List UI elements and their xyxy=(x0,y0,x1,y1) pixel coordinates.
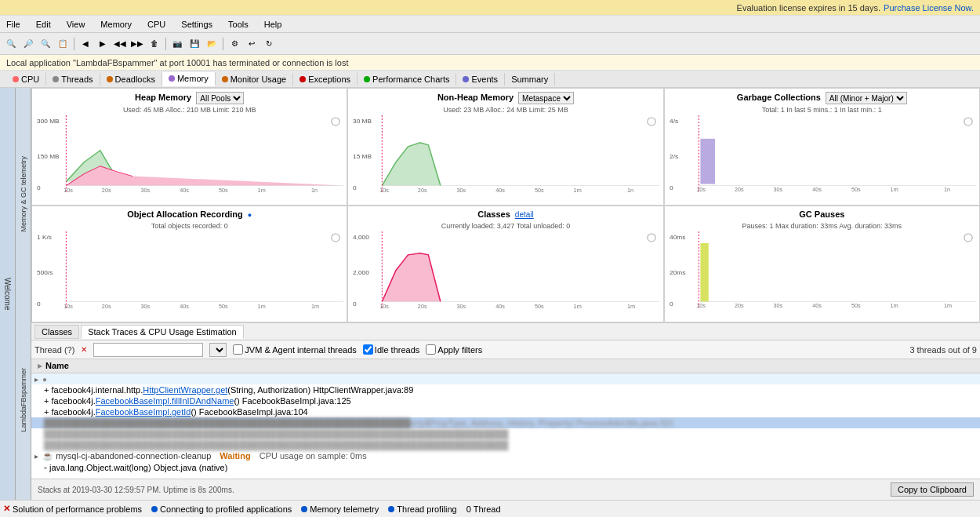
filter-close[interactable]: ✕ xyxy=(81,345,87,354)
code-row-1[interactable]: + facebook4j.internal.http.HttpClientWra… xyxy=(31,384,980,395)
waiting-thread-row[interactable]: ▸ ☕ mysql-cj-abandoned-connection-cleanu… xyxy=(31,450,980,462)
status-connecting-label: Connecting to profiled applications xyxy=(160,504,292,514)
waiting-status: Waiting xyxy=(220,451,250,461)
status-solution[interactable]: ✕ Solution of performance problems xyxy=(3,504,142,514)
tab-monitor-label: Monitor Usage xyxy=(230,75,287,84)
menu-tools[interactable]: Tools xyxy=(225,18,252,31)
code-row-5[interactable]: ████████████████████████████████████████… xyxy=(31,428,980,439)
status-memory-telemetry[interactable]: Memory telemetry xyxy=(301,504,379,514)
code-link-1[interactable]: HttpClientWrapper.get xyxy=(143,385,227,395)
tool-btn-11[interactable]: 💾 xyxy=(187,36,202,52)
tab-memory[interactable]: Memory xyxy=(162,72,216,86)
waiting-thread-name: mysql-cj-abandoned-connection-cleanup xyxy=(56,451,211,461)
thread-group-row[interactable]: ▸ ● xyxy=(31,373,980,384)
svg-text:15 MB: 15 MB xyxy=(353,153,372,160)
menu-cpu[interactable]: CPU xyxy=(144,18,169,31)
code-link-3[interactable]: FacebookBaseImpl.getId xyxy=(96,407,191,417)
tool-btn-6[interactable]: ▶ xyxy=(95,36,111,52)
menu-edit[interactable]: Edit xyxy=(33,18,54,31)
status-thread-profiling[interactable]: Thread profiling xyxy=(388,504,456,514)
dot-events xyxy=(463,76,469,82)
thread-filter-input[interactable] xyxy=(93,343,203,357)
gc-panel: Garbage Collections All (Minor + Major) … xyxy=(664,88,980,206)
tab-classes[interactable]: Classes xyxy=(34,325,79,339)
object-alloc-record-dot[interactable]: ● xyxy=(248,211,252,219)
classes-panel: Classes detail Currently loaded: 3,427 T… xyxy=(347,206,663,323)
apply-filters-check[interactable]: Apply filters xyxy=(426,344,482,355)
tab-threads[interactable]: Threads xyxy=(46,73,100,86)
waiting-sub-row[interactable]: ◦ java.lang.Object.wait(long) Object.jav… xyxy=(31,462,980,473)
classes-chart: 4,000 2,000 0 10s 20s 30s 40s 50s 1m 1m xyxy=(351,231,659,310)
svg-text:30s: 30s xyxy=(773,303,782,309)
tool-btn-8[interactable]: ▶▶ xyxy=(129,36,145,52)
tool-btn-13[interactable]: ⚙ xyxy=(227,36,242,52)
jvm-threads-label: JVM & Agent internal threads xyxy=(245,345,356,355)
dot-memory xyxy=(169,75,175,82)
code-row-3[interactable]: + facebook4j.FacebookBaseImpl.getId() Fa… xyxy=(31,406,980,417)
tool-btn-7[interactable]: ◀◀ xyxy=(112,36,128,52)
tab-monitor[interactable]: Monitor Usage xyxy=(216,73,294,86)
tool-btn-14[interactable]: ↩ xyxy=(244,36,260,52)
nonheap-pool-select[interactable]: Metaspace xyxy=(518,92,574,104)
menu-view[interactable]: View xyxy=(64,18,89,31)
svg-text:1m: 1m xyxy=(890,303,898,309)
tool-btn-1[interactable]: 🔍 xyxy=(3,36,19,52)
thread-filter-select[interactable] xyxy=(209,343,227,357)
svg-point-28 xyxy=(648,118,655,126)
sidebar: Memory & GC telemetry LambdaFBspammer xyxy=(16,88,31,500)
tab-deadlocks[interactable]: Deadlocks xyxy=(100,73,162,86)
status-connecting[interactable]: Connecting to profiled applications xyxy=(151,504,292,514)
svg-text:50s: 50s xyxy=(535,188,544,194)
idle-threads-checkbox[interactable] xyxy=(363,344,373,355)
svg-text:2/s: 2/s xyxy=(670,153,678,160)
menu-help[interactable]: Help xyxy=(261,18,285,31)
thread-list: ▸ Name ▸ ● + facebook4j.internal.http.Ht… xyxy=(31,359,980,479)
code-row-6[interactable]: ████████████████████████████████████████… xyxy=(31,439,980,450)
dot-performance xyxy=(364,76,370,82)
copy-area: Stacks at 2019-03-30 12:59:57 PM. Uptime… xyxy=(31,479,980,500)
gc-title: Garbage Collections xyxy=(737,93,821,102)
svg-text:10s: 10s xyxy=(64,303,73,309)
tool-btn-5[interactable]: ◀ xyxy=(78,36,93,52)
sidebar-label-2[interactable]: LambdaFBspammer xyxy=(18,366,29,434)
gc-select[interactable]: All (Minor + Major) xyxy=(826,92,907,104)
tab-cpu-label: CPU xyxy=(21,75,39,84)
tab-exceptions[interactable]: Exceptions xyxy=(293,73,358,86)
code-row-2[interactable]: + facebook4j.FacebookBaseImpl.fillInIDAn… xyxy=(31,395,980,406)
tool-btn-4[interactable]: 📋 xyxy=(55,36,71,52)
menu-memory[interactable]: Memory xyxy=(97,18,135,31)
tool-btn-3[interactable]: 🔍 xyxy=(38,36,53,52)
svg-text:10s: 10s xyxy=(380,188,390,194)
svg-text:50s: 50s xyxy=(535,303,544,309)
svg-text:20s: 20s xyxy=(418,188,427,194)
tab-events[interactable]: Events xyxy=(456,73,505,86)
bottom-section: Classes Stack Traces & CPU Usage Estimat… xyxy=(31,323,980,500)
svg-text:10s: 10s xyxy=(696,188,706,194)
welcome-panel[interactable]: Welcome xyxy=(0,88,16,500)
heap-pool-select[interactable]: All Pools xyxy=(196,92,244,104)
thread-header-name: Name xyxy=(45,361,69,371)
charts-area: Heap Memory All Pools Used: 45 MB Alloc.… xyxy=(31,88,980,323)
jvm-threads-check[interactable]: JVM & Agent internal threads xyxy=(233,344,356,355)
code-row-4[interactable]: ████████████████████████████████████████… xyxy=(31,417,980,428)
sidebar-label-1[interactable]: Memory & GC telemetry xyxy=(18,155,29,234)
tool-btn-10[interactable]: 📷 xyxy=(169,36,185,52)
tool-btn-9[interactable]: 🗑 xyxy=(147,36,162,52)
menu-settings[interactable]: Settings xyxy=(178,18,216,31)
copy-clipboard-button[interactable]: Copy to Clipboard xyxy=(891,482,974,497)
apply-filters-checkbox[interactable] xyxy=(426,344,436,355)
classes-detail-link[interactable]: detail xyxy=(515,210,534,219)
idle-threads-check[interactable]: Idle threads xyxy=(363,344,419,355)
tool-btn-15[interactable]: ↻ xyxy=(261,36,277,52)
tab-cpu[interactable]: CPU xyxy=(6,73,46,86)
jvm-threads-checkbox[interactable] xyxy=(233,344,243,355)
menu-file[interactable]: File xyxy=(3,18,24,31)
status-thread-count[interactable]: 0 Thread xyxy=(466,504,501,514)
tab-stack-traces[interactable]: Stack Traces & CPU Usage Estimation xyxy=(81,325,244,339)
tool-btn-2[interactable]: 🔎 xyxy=(20,36,36,52)
tab-summary[interactable]: Summary xyxy=(505,73,555,86)
tab-performance[interactable]: Performance Charts xyxy=(358,73,456,86)
code-link-2[interactable]: FacebookBaseImpl.fillInIDAndName xyxy=(96,396,234,406)
tool-btn-12[interactable]: 📂 xyxy=(204,36,220,52)
purchase-link[interactable]: Purchase License Now. xyxy=(884,3,974,13)
